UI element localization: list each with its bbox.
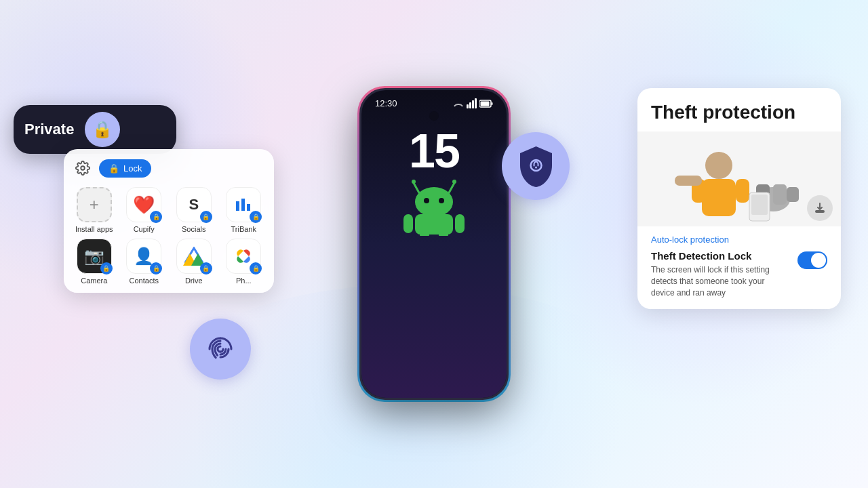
settings-gear-button[interactable] [72, 157, 94, 179]
app-name-camera: Camera [81, 277, 107, 285]
svg-rect-2 [247, 204, 250, 211]
app-icon-drive: 🔒 [176, 239, 212, 274]
svg-rect-28 [675, 176, 702, 186]
app-item-socials[interactable]: S 🔒 Socials [172, 187, 216, 233]
signal-bars-icon [467, 98, 477, 108]
app-item-photos[interactable]: 🔒 Ph... [222, 239, 267, 285]
svg-point-12 [452, 180, 456, 184]
app-item-cupify[interactable]: ❤️ 🔒 Cupify [122, 187, 167, 233]
svg-rect-35 [815, 210, 825, 213]
svg-rect-17 [403, 214, 413, 233]
auto-lock-label: Auto-lock protection [637, 226, 841, 247]
svg-point-22 [535, 167, 537, 169]
svg-rect-34 [751, 195, 768, 215]
camera-notch [429, 111, 439, 121]
svg-rect-27 [736, 179, 749, 203]
status-time: 12:30 [375, 98, 397, 108]
app-name-install: Install apps [75, 225, 113, 233]
svg-rect-8 [481, 101, 490, 106]
app-lock-badge-socials: 🔒 [200, 211, 212, 223]
svg-rect-7 [492, 102, 493, 105]
theft-detection-toggle[interactable] [797, 251, 827, 269]
svg-rect-31 [773, 184, 787, 205]
app-name-photos: Ph... [236, 277, 252, 285]
svg-point-24 [705, 152, 732, 179]
feature-text: Theft Detection Lock The screen will loc… [651, 250, 789, 298]
app-item-camera[interactable]: 📷 🔒 Camera [72, 239, 117, 285]
card-feature: Theft Detection Lock The screen will loc… [637, 247, 841, 309]
card-image [637, 131, 841, 226]
app-item-install[interactable]: + Install apps [72, 187, 117, 233]
app-lock-badge-drive: 🔒 [200, 262, 212, 274]
shield-bubble [502, 132, 570, 200]
status-bar: 12:30 [361, 90, 507, 108]
svg-point-13 [415, 187, 453, 217]
grab-circle [807, 195, 833, 221]
app-icon-camera: 📷 🔒 [77, 239, 112, 274]
phone: 12:30 [359, 88, 509, 400]
shield-icon [517, 145, 555, 187]
lock-chip-icon: 🔒 [108, 163, 119, 174]
svg-rect-0 [236, 201, 239, 211]
app-lock-badge-photos: 🔒 [250, 262, 262, 274]
svg-rect-20 [439, 232, 448, 236]
grab-icon [813, 201, 827, 215]
toggle-knob [811, 253, 826, 268]
phone-screen: 12:30 [361, 90, 507, 398]
status-icons [453, 98, 493, 108]
theft-protection-card: Theft protection [637, 88, 841, 309]
panel-header: 🔒 Lock [72, 157, 266, 179]
app-icon-cupify: ❤️ 🔒 [126, 187, 161, 222]
app-name-socials: Socials [182, 225, 205, 233]
app-item-contacts[interactable]: 👤 🔒 Contacts [122, 239, 167, 285]
app-lock-badge-tribank: 🔒 [250, 211, 262, 223]
app-icon-tribank: 🔒 [226, 187, 261, 222]
app-icon-install: + [77, 187, 112, 222]
app-icon-contacts: 👤 🔒 [126, 239, 161, 274]
phone-container: 12:30 [359, 88, 509, 400]
battery-status-icon [479, 100, 493, 108]
wifi-status-icon [453, 100, 464, 108]
app-lock-badge-contacts: 🔒 [150, 262, 162, 274]
svg-rect-32 [787, 187, 799, 202]
fingerprint-icon [204, 333, 237, 365]
lock-chip-label: Lock [123, 163, 142, 174]
svg-rect-25 [702, 179, 736, 216]
feature-desc: The screen will lock if this setting det… [651, 264, 789, 298]
app-grid-panel: 🔒 Lock + Install apps ❤️ 🔒 Cupify S 🔒 So [64, 149, 274, 293]
svg-point-14 [424, 198, 429, 203]
svg-point-11 [412, 180, 416, 184]
app-item-tribank[interactable]: 🔒 TriBank [222, 187, 267, 233]
app-grid: + Install apps ❤️ 🔒 Cupify S 🔒 Socials [72, 187, 266, 285]
android-bot [397, 175, 471, 236]
app-icon-socials: S 🔒 [176, 187, 212, 222]
svg-point-15 [439, 198, 444, 203]
svg-rect-18 [455, 214, 465, 233]
app-name-cupify: Cupify [134, 225, 155, 233]
private-space-card: Private 🔒 [14, 105, 176, 154]
card-title: Theft protection [637, 88, 841, 131]
fingerprint-bubble[interactable] [190, 319, 251, 380]
lock-icon: 🔒 [92, 120, 113, 139]
svg-rect-19 [420, 232, 429, 236]
app-lock-badge-cupify: 🔒 [150, 211, 162, 223]
svg-rect-1 [241, 199, 245, 211]
svg-rect-16 [415, 214, 453, 235]
phone-clock: 15 [409, 127, 459, 175]
private-lock-button[interactable]: 🔒 [85, 112, 120, 147]
private-label: Private [24, 121, 74, 138]
app-lock-badge-camera: 🔒 [100, 262, 113, 274]
app-name-tribank: TriBank [231, 225, 257, 233]
app-name-contacts: Contacts [130, 277, 159, 285]
feature-title: Theft Detection Lock [651, 250, 789, 262]
app-item-drive[interactable]: 🔒 Drive [172, 239, 216, 285]
lock-chip-button[interactable]: 🔒 Lock [99, 159, 151, 178]
app-icon-photos: 🔒 [226, 239, 261, 274]
app-name-drive: Drive [185, 277, 203, 285]
